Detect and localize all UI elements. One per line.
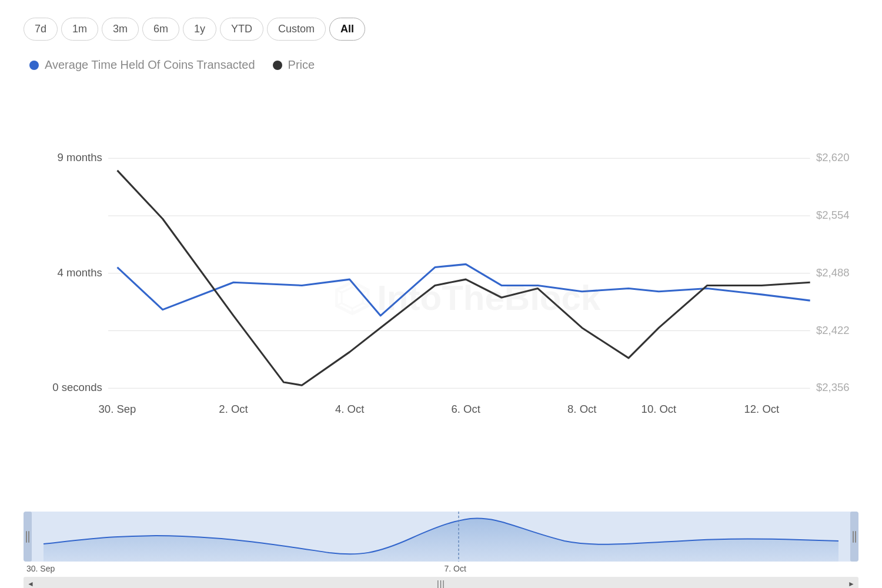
time-filter-6m[interactable]: 6m: [142, 18, 179, 41]
page-container: 7d1m3m6m1yYTDCustomAll Average Time Held…: [0, 0, 882, 588]
svg-text:2. Oct: 2. Oct: [219, 403, 248, 415]
legend-dot-avg-time: [29, 61, 39, 70]
main-chart-area: IntoTheBlock 9 months 4 months 0 seconds…: [24, 89, 858, 506]
scroll-left-arrow[interactable]: ◄: [27, 580, 34, 588]
svg-text:$2,488: $2,488: [816, 266, 850, 279]
svg-text:$2,620: $2,620: [816, 151, 850, 163]
scroll-thumb[interactable]: |||: [437, 579, 445, 588]
navigator-background: [24, 512, 858, 562]
svg-text:0 seconds: 0 seconds: [52, 381, 102, 393]
svg-text:9 months: 9 months: [58, 151, 102, 163]
navigator-labels: 30. Sep 7. Oct: [24, 564, 858, 573]
time-filter-1m[interactable]: 1m: [61, 18, 98, 41]
svg-text:$2,422: $2,422: [816, 324, 850, 336]
navigator-wrapper: 30. Sep 7. Oct ◄ ||| ►: [24, 512, 858, 576]
time-filter-ytd[interactable]: YTD: [220, 18, 263, 41]
scrollbar[interactable]: ◄ ||| ►: [24, 577, 858, 588]
navigator-handle-left[interactable]: [24, 512, 32, 562]
svg-text:8. Oct: 8. Oct: [567, 403, 597, 415]
svg-text:12. Oct: 12. Oct: [744, 403, 780, 415]
svg-text:6. Oct: 6. Oct: [451, 403, 480, 415]
time-filter-1y[interactable]: 1y: [183, 18, 216, 41]
svg-text:4 months: 4 months: [58, 266, 102, 279]
legend-item-price: Price: [273, 58, 315, 72]
scroll-right-arrow[interactable]: ►: [848, 580, 855, 588]
svg-text:30. Sep: 30. Sep: [99, 403, 136, 415]
time-filter-custom[interactable]: Custom: [267, 18, 326, 41]
svg-text:10. Oct: 10. Oct: [642, 403, 677, 415]
time-filter-all[interactable]: All: [329, 18, 365, 41]
navigator-svg: [24, 512, 858, 562]
scroll-track[interactable]: |||: [38, 581, 844, 587]
navigator-handle-right[interactable]: [850, 512, 858, 562]
legend-label-price: Price: [288, 58, 315, 72]
navigator-start-label: 30. Sep: [26, 564, 55, 573]
time-filter-7d[interactable]: 7d: [24, 18, 58, 41]
time-filter-bar: 7d1m3m6m1yYTDCustomAll: [24, 18, 858, 41]
navigator-mid-label: 7. Oct: [444, 564, 466, 573]
legend-label-avg-time: Average Time Held Of Coins Transacted: [45, 58, 255, 72]
svg-text:$2,554: $2,554: [816, 209, 850, 221]
svg-text:$2,356: $2,356: [816, 381, 850, 393]
svg-text:4. Oct: 4. Oct: [335, 403, 365, 415]
chart-legend: Average Time Held Of Coins TransactedPri…: [24, 58, 858, 72]
legend-dot-price: [273, 61, 282, 70]
legend-item-avg-time: Average Time Held Of Coins Transacted: [29, 58, 255, 72]
chart-svg: 9 months 4 months 0 seconds $2,620 $2,55…: [24, 89, 858, 506]
chart-wrapper: IntoTheBlock 9 months 4 months 0 seconds…: [24, 89, 858, 576]
time-filter-3m[interactable]: 3m: [102, 18, 139, 41]
